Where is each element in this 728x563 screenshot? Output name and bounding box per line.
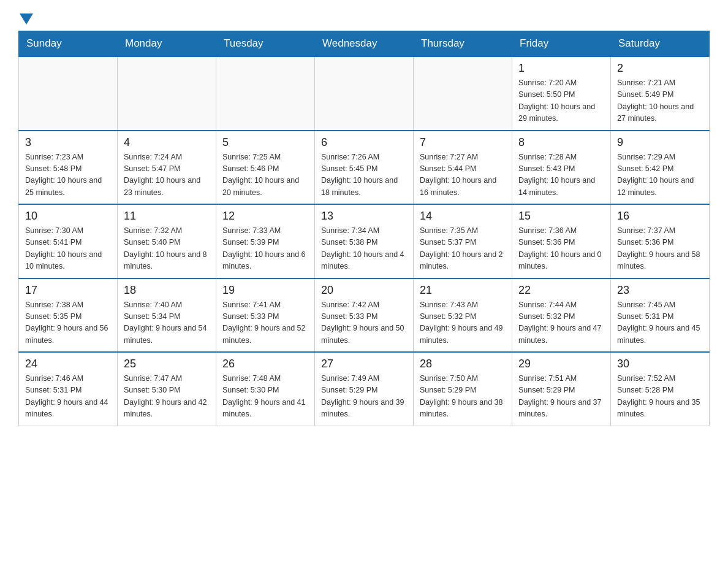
day-number: 3 [25, 136, 111, 149]
calendar-cell: 19Sunrise: 7:41 AM Sunset: 5:33 PM Dayli… [216, 278, 315, 353]
day-number: 10 [25, 210, 111, 223]
day-number: 21 [420, 284, 506, 297]
calendar-cell: 15Sunrise: 7:36 AM Sunset: 5:36 PM Dayli… [512, 204, 611, 278]
weekday-header-sunday: Sunday [19, 31, 118, 57]
day-info: Sunrise: 7:24 AM Sunset: 5:47 PM Dayligh… [124, 151, 210, 199]
calendar-cell [118, 56, 216, 131]
day-number: 2 [617, 62, 703, 75]
calendar-cell: 11Sunrise: 7:32 AM Sunset: 5:40 PM Dayli… [118, 204, 216, 278]
day-info: Sunrise: 7:28 AM Sunset: 5:43 PM Dayligh… [518, 151, 604, 199]
week-row-1: 1Sunrise: 7:20 AM Sunset: 5:50 PM Daylig… [19, 56, 710, 131]
calendar-cell: 7Sunrise: 7:27 AM Sunset: 5:44 PM Daylig… [414, 131, 512, 205]
week-row-2: 3Sunrise: 7:23 AM Sunset: 5:48 PM Daylig… [19, 131, 710, 205]
day-info: Sunrise: 7:25 AM Sunset: 5:46 PM Dayligh… [222, 151, 308, 199]
calendar-cell: 16Sunrise: 7:37 AM Sunset: 5:36 PM Dayli… [611, 204, 710, 278]
calendar-cell: 9Sunrise: 7:29 AM Sunset: 5:42 PM Daylig… [611, 131, 710, 205]
day-info: Sunrise: 7:32 AM Sunset: 5:40 PM Dayligh… [124, 225, 210, 273]
week-row-4: 17Sunrise: 7:38 AM Sunset: 5:35 PM Dayli… [19, 278, 710, 353]
day-number: 5 [222, 136, 308, 149]
calendar-cell [216, 56, 315, 131]
day-number: 29 [518, 358, 604, 370]
day-info: Sunrise: 7:47 AM Sunset: 5:30 PM Dayligh… [124, 373, 210, 421]
day-number: 15 [518, 210, 604, 223]
calendar-cell: 26Sunrise: 7:48 AM Sunset: 5:30 PM Dayli… [216, 352, 315, 426]
day-info: Sunrise: 7:30 AM Sunset: 5:41 PM Dayligh… [25, 225, 111, 273]
day-info: Sunrise: 7:21 AM Sunset: 5:49 PM Dayligh… [617, 77, 703, 125]
calendar-cell: 29Sunrise: 7:51 AM Sunset: 5:29 PM Dayli… [512, 352, 611, 426]
svg-marker-0 [20, 13, 33, 25]
calendar-cell: 5Sunrise: 7:25 AM Sunset: 5:46 PM Daylig… [216, 131, 315, 205]
weekday-header-thursday: Thursday [414, 31, 512, 57]
day-number: 20 [321, 284, 407, 297]
day-number: 27 [321, 358, 407, 370]
calendar-cell: 1Sunrise: 7:20 AM Sunset: 5:50 PM Daylig… [512, 56, 611, 131]
calendar-cell: 10Sunrise: 7:30 AM Sunset: 5:41 PM Dayli… [19, 204, 118, 278]
calendar-cell: 27Sunrise: 7:49 AM Sunset: 5:29 PM Dayli… [315, 352, 414, 426]
week-row-5: 24Sunrise: 7:46 AM Sunset: 5:31 PM Dayli… [19, 352, 710, 426]
day-number: 16 [617, 210, 703, 223]
day-info: Sunrise: 7:29 AM Sunset: 5:42 PM Dayligh… [617, 151, 703, 199]
day-number: 7 [420, 136, 506, 149]
calendar-cell: 4Sunrise: 7:24 AM Sunset: 5:47 PM Daylig… [118, 131, 216, 205]
calendar-cell: 18Sunrise: 7:40 AM Sunset: 5:34 PM Dayli… [118, 278, 216, 353]
day-info: Sunrise: 7:37 AM Sunset: 5:36 PM Dayligh… [617, 225, 703, 273]
day-info: Sunrise: 7:36 AM Sunset: 5:36 PM Dayligh… [518, 225, 604, 273]
day-number: 22 [518, 284, 604, 297]
calendar-cell: 3Sunrise: 7:23 AM Sunset: 5:48 PM Daylig… [19, 131, 118, 205]
day-number: 4 [124, 136, 210, 149]
calendar-cell: 21Sunrise: 7:43 AM Sunset: 5:32 PM Dayli… [414, 278, 512, 353]
calendar-cell: 20Sunrise: 7:42 AM Sunset: 5:33 PM Dayli… [315, 278, 414, 353]
day-number: 13 [321, 210, 407, 223]
day-info: Sunrise: 7:51 AM Sunset: 5:29 PM Dayligh… [518, 373, 604, 421]
page-header [18, 12, 710, 25]
calendar-cell: 25Sunrise: 7:47 AM Sunset: 5:30 PM Dayli… [118, 352, 216, 426]
day-info: Sunrise: 7:50 AM Sunset: 5:29 PM Dayligh… [420, 373, 506, 421]
day-number: 26 [222, 358, 308, 370]
calendar-cell [414, 56, 512, 131]
day-number: 19 [222, 284, 308, 297]
calendar-cell: 23Sunrise: 7:45 AM Sunset: 5:31 PM Dayli… [611, 278, 710, 353]
day-info: Sunrise: 7:35 AM Sunset: 5:37 PM Dayligh… [420, 225, 506, 273]
day-number: 17 [25, 284, 111, 297]
day-info: Sunrise: 7:23 AM Sunset: 5:48 PM Dayligh… [25, 151, 111, 199]
calendar-cell: 13Sunrise: 7:34 AM Sunset: 5:38 PM Dayli… [315, 204, 414, 278]
logo-triangle-icon [20, 13, 33, 27]
day-number: 11 [124, 210, 210, 223]
day-number: 1 [518, 62, 604, 75]
day-number: 14 [420, 210, 506, 223]
calendar-table: SundayMondayTuesdayWednesdayThursdayFrid… [18, 31, 710, 426]
weekday-header-monday: Monday [118, 31, 216, 57]
day-number: 12 [222, 210, 308, 223]
weekday-header-friday: Friday [512, 31, 611, 57]
day-number: 24 [25, 358, 111, 370]
day-info: Sunrise: 7:33 AM Sunset: 5:39 PM Dayligh… [222, 225, 308, 273]
day-info: Sunrise: 7:34 AM Sunset: 5:38 PM Dayligh… [321, 225, 407, 273]
day-info: Sunrise: 7:49 AM Sunset: 5:29 PM Dayligh… [321, 373, 407, 421]
day-number: 25 [124, 358, 210, 370]
calendar-cell: 22Sunrise: 7:44 AM Sunset: 5:32 PM Dayli… [512, 278, 611, 353]
weekday-header-row: SundayMondayTuesdayWednesdayThursdayFrid… [19, 31, 710, 57]
calendar-cell: 28Sunrise: 7:50 AM Sunset: 5:29 PM Dayli… [414, 352, 512, 426]
calendar-cell: 30Sunrise: 7:52 AM Sunset: 5:28 PM Dayli… [611, 352, 710, 426]
calendar-cell: 2Sunrise: 7:21 AM Sunset: 5:49 PM Daylig… [611, 56, 710, 131]
calendar-cell: 14Sunrise: 7:35 AM Sunset: 5:37 PM Dayli… [414, 204, 512, 278]
logo [18, 12, 33, 25]
day-info: Sunrise: 7:26 AM Sunset: 5:45 PM Dayligh… [321, 151, 407, 199]
calendar-cell: 17Sunrise: 7:38 AM Sunset: 5:35 PM Dayli… [19, 278, 118, 353]
calendar-cell: 12Sunrise: 7:33 AM Sunset: 5:39 PM Dayli… [216, 204, 315, 278]
weekday-header-wednesday: Wednesday [315, 31, 414, 57]
day-info: Sunrise: 7:45 AM Sunset: 5:31 PM Dayligh… [617, 299, 703, 347]
week-row-3: 10Sunrise: 7:30 AM Sunset: 5:41 PM Dayli… [19, 204, 710, 278]
calendar-cell: 8Sunrise: 7:28 AM Sunset: 5:43 PM Daylig… [512, 131, 611, 205]
day-number: 30 [617, 358, 703, 370]
calendar-cell [315, 56, 414, 131]
day-info: Sunrise: 7:44 AM Sunset: 5:32 PM Dayligh… [518, 299, 604, 347]
day-info: Sunrise: 7:40 AM Sunset: 5:34 PM Dayligh… [124, 299, 210, 347]
day-number: 8 [518, 136, 604, 149]
day-info: Sunrise: 7:43 AM Sunset: 5:32 PM Dayligh… [420, 299, 506, 347]
day-number: 9 [617, 136, 703, 149]
day-number: 28 [420, 358, 506, 370]
day-number: 23 [617, 284, 703, 297]
day-number: 18 [124, 284, 210, 297]
day-info: Sunrise: 7:27 AM Sunset: 5:44 PM Dayligh… [420, 151, 506, 199]
